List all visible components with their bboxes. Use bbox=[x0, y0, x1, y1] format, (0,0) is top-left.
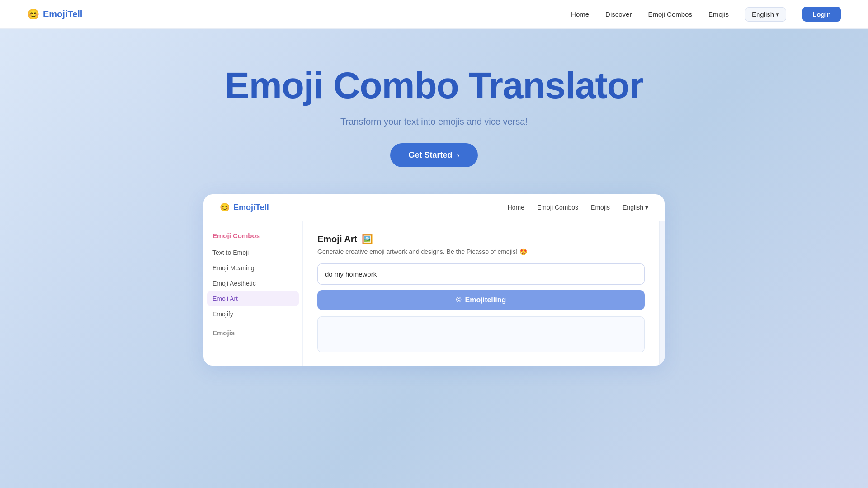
preview-nav-emojis[interactable]: Emojis bbox=[591, 204, 610, 211]
preview-scrollbar[interactable] bbox=[659, 221, 665, 366]
hero-subtitle: Transform your text into emojis and vice… bbox=[340, 117, 528, 127]
arrow-icon: › bbox=[457, 150, 460, 160]
preview-card: 😊 EmojiTell Home Emoji Combos Emojis Eng… bbox=[203, 194, 665, 366]
preview-nav-home[interactable]: Home bbox=[508, 204, 524, 211]
emoji-art-input[interactable] bbox=[317, 263, 645, 285]
main-navbar: 😊 EmojiTell Home Discover Emoji Combos E… bbox=[0, 0, 868, 29]
preview-container: 😊 EmojiTell Home Emoji Combos Emojis Eng… bbox=[0, 194, 868, 366]
language-label: English bbox=[752, 10, 774, 18]
sidebar-section-emojis: Emojis bbox=[203, 322, 302, 340]
hero-section: Emoji Combo Translator Transform your te… bbox=[0, 29, 868, 194]
cta-label: Get Started bbox=[408, 150, 452, 160]
language-selector[interactable]: English ▾ bbox=[745, 7, 786, 22]
preview-sidebar: Emoji Combos Text to Emoji Emoji Meaning… bbox=[203, 221, 303, 366]
chevron-down-icon: ▾ bbox=[776, 10, 779, 19]
sidebar-item-emoji-aesthetic[interactable]: Emoji Aesthetic bbox=[203, 276, 302, 291]
brand-name: EmojiTell bbox=[43, 9, 82, 19]
nav-emojis[interactable]: Emojis bbox=[708, 10, 729, 18]
preview-nav-links: Home Emoji Combos Emojis English ▾ bbox=[508, 204, 648, 211]
get-started-button[interactable]: Get Started › bbox=[390, 143, 477, 167]
preview-main: Emoji Art 🖼️ Generate creative emoji art… bbox=[303, 221, 659, 366]
emoji-art-header: Emoji Art 🖼️ bbox=[317, 234, 645, 244]
sidebar-item-emoji-meaning[interactable]: Emoji Meaning bbox=[203, 260, 302, 276]
nav-discover[interactable]: Discover bbox=[605, 10, 632, 18]
emojitelling-icon: © bbox=[456, 296, 462, 304]
navbar-brand[interactable]: 😊 EmojiTell bbox=[27, 9, 82, 20]
emoji-art-output bbox=[317, 316, 645, 352]
sidebar-item-emojify[interactable]: Emojify bbox=[203, 306, 302, 322]
sidebar-item-emoji-art[interactable]: Emoji Art bbox=[207, 291, 299, 306]
brand-icon: 😊 bbox=[27, 9, 39, 20]
preview-language-label: English bbox=[623, 204, 643, 211]
emojitelling-button[interactable]: © Emojitelling bbox=[317, 290, 645, 310]
emoji-art-title: Emoji Art bbox=[317, 234, 357, 244]
navbar-links: Home Discover Emoji Combos Emojis Englis… bbox=[571, 7, 841, 22]
nav-emoji-combos[interactable]: Emoji Combos bbox=[648, 10, 692, 18]
emoji-art-icon: 🖼️ bbox=[362, 234, 373, 244]
login-button[interactable]: Login bbox=[802, 7, 841, 22]
preview-brand[interactable]: 😊 EmojiTell bbox=[220, 202, 269, 212]
sidebar-section-emoji-combos: Emoji Combos bbox=[203, 232, 302, 245]
hero-title: Emoji Combo Translator bbox=[225, 65, 643, 106]
preview-language-selector[interactable]: English ▾ bbox=[623, 204, 648, 211]
preview-nav-emoji-combos[interactable]: Emoji Combos bbox=[537, 204, 578, 211]
preview-chevron-down-icon: ▾ bbox=[645, 204, 648, 211]
sidebar-item-text-to-emoji[interactable]: Text to Emoji bbox=[203, 245, 302, 260]
nav-home[interactable]: Home bbox=[571, 10, 589, 18]
emojitelling-label: Emojitelling bbox=[465, 296, 506, 304]
preview-content: Emoji Combos Text to Emoji Emoji Meaning… bbox=[203, 221, 665, 366]
preview-brand-icon: 😊 bbox=[220, 202, 230, 212]
preview-brand-name: EmojiTell bbox=[233, 203, 269, 212]
emoji-art-description: Generate creative emoji artwork and desi… bbox=[317, 248, 645, 255]
preview-navbar: 😊 EmojiTell Home Emoji Combos Emojis Eng… bbox=[203, 194, 665, 221]
